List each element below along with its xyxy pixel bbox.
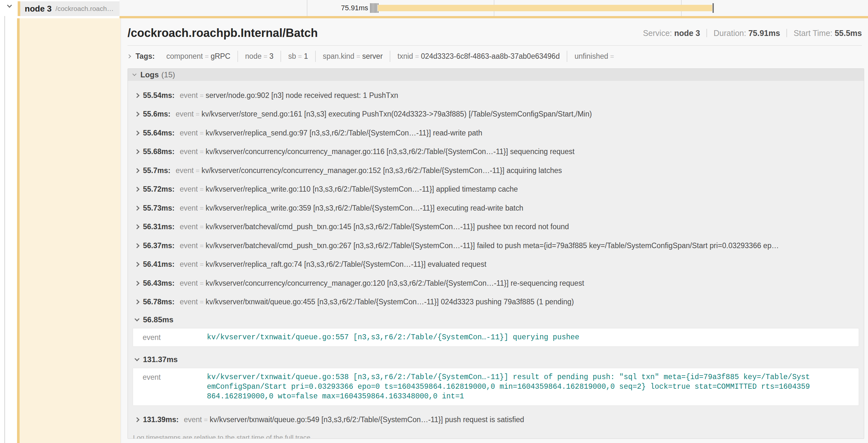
log-field: event=kv/kvserver/txnwait/queue.go:549 [… (184, 415, 524, 424)
log-entry[interactable]: 56.41ms:event=kv/kvserver/replica_raft.g… (128, 255, 864, 274)
span-detail-header: /cockroach.roachpb.Internal/Batch Servic… (127, 26, 862, 40)
chevron-right-icon (134, 205, 140, 211)
log-entry[interactable]: 56.37ms:event=kv/kvserver/batcheval/cmd_… (128, 236, 864, 255)
log-message: server/node.go:902 [n3] node received re… (206, 91, 398, 100)
log-entry[interactable]: 55.73ms:event=kv/kvserver/replica_write.… (128, 199, 864, 218)
tag-value: 3 (270, 52, 274, 60)
log-entry[interactable]: 55.6ms:event=kv/kvserver/store_send.go:1… (128, 105, 864, 124)
span-row[interactable]: node 3 /cockroach.roach… 75.91ms (0, 0, 868, 16)
selected-span-highlight[interactable] (20, 18, 121, 443)
duration-value: 75.91ms (748, 29, 780, 38)
log-entry-header[interactable]: 131.37ms (128, 351, 864, 368)
chevron-right-icon (134, 300, 140, 305)
log-message: kv/kvserver/batcheval/cmd_push_txn.go:26… (206, 241, 779, 250)
timeline-ruler[interactable]: 75.91ms (120, 0, 868, 16)
meta-separator (786, 29, 787, 37)
log-message: kv/kvserver/batcheval/cmd_push_txn.go:14… (206, 223, 569, 231)
chevron-right-icon (134, 262, 140, 267)
log-field: event=kv/kvserver/concurrency/concurrenc… (180, 279, 584, 287)
tag-item: span.kind=server (315, 51, 390, 62)
equals-sign: = (202, 416, 210, 423)
start-time-label: Start Time: (794, 29, 832, 38)
equals-sign: = (198, 204, 206, 212)
tag-key: span.kind (323, 52, 354, 60)
title-divider (127, 45, 862, 45)
log-field: event=kv/kvserver/concurrency/concurrenc… (180, 147, 575, 156)
chevron-right-icon (127, 54, 131, 59)
chevron-right-icon (134, 93, 140, 98)
log-entry[interactable]: 56.43ms:event=kv/kvserver/concurrency/co… (128, 274, 864, 293)
chevron-right-icon (134, 243, 140, 248)
tag-value: 024d3323-6c8f-4863-aa8b-37ab0e63496d (421, 52, 560, 60)
equals-sign: = (198, 129, 206, 137)
equals-sign: = (296, 53, 304, 60)
log-message: kv/kvserver/txnwait/queue.go:549 [n3,s3,… (210, 415, 524, 424)
table-row: event kv/kvserver/txnwait/queue.go:538 [… (133, 372, 859, 401)
log-key: event (180, 129, 197, 137)
log-field: event=kv/kvserver/batcheval/cmd_push_txn… (180, 223, 569, 231)
log-timestamp: 55.72ms: (143, 185, 175, 194)
logs-accordion: Logs (15) 55.54ms:event=server/node.go:9… (127, 68, 864, 439)
log-timestamp: 55.6ms: (143, 110, 170, 118)
equals-sign: = (261, 53, 269, 60)
log-key: event (184, 415, 202, 424)
tag-value: gRPC (211, 52, 230, 60)
log-entry[interactable]: 56.31ms:event=kv/kvserver/batcheval/cmd_… (128, 218, 864, 237)
equals-sign: = (413, 53, 421, 60)
tag-value: server (362, 52, 382, 60)
equals-sign: = (198, 261, 206, 268)
log-timestamp: 55.68ms: (143, 147, 175, 156)
log-message: kv/kvserver/replica_send.go:97 [n3,s3,r6… (206, 129, 482, 137)
log-entry[interactable]: 55.68ms:event=kv/kvserver/concurrency/co… (128, 142, 864, 162)
log-field: event=kv/kvserver/store_send.go:161 [n3,… (176, 110, 592, 118)
service-value: node 3 (674, 29, 700, 38)
log-timestamp: 55.7ms: (143, 166, 170, 175)
log-timestamp: 56.31ms: (143, 223, 175, 231)
log-key: event (180, 91, 197, 100)
equals-sign: = (198, 223, 206, 231)
start-time-value: 55.5ms (835, 29, 862, 38)
equals-sign: = (198, 280, 206, 287)
log-key: event (133, 372, 207, 401)
log-entry[interactable]: 55.54ms:event=server/node.go:902 [n3] no… (128, 86, 864, 105)
service-label: Service: (643, 29, 672, 38)
log-timestamp: 56.37ms: (143, 241, 175, 250)
log-field: event=kv/kvserver/replica_raft.go:74 [n3… (180, 260, 486, 269)
log-entry[interactable]: 55.72ms:event=kv/kvserver/replica_write.… (128, 180, 864, 199)
log-timestamp: 56.78ms: (143, 298, 175, 306)
log-entry-header[interactable]: 56.85ms (128, 311, 864, 328)
tag-item: txnid=024d3323-6c8f-4863-aa8b-37ab0e6349… (390, 51, 567, 62)
tag-key: sb (288, 52, 296, 60)
log-key: event (180, 260, 197, 268)
span-name-cell[interactable]: node 3 /cockroach.roach… (18, 1, 120, 16)
log-message: kv/kvserver/replica_raft.go:74 [n3,s3,r6… (206, 260, 486, 268)
equals-sign: = (203, 53, 210, 60)
span-duration-bar[interactable] (378, 5, 712, 11)
chevron-down-icon (134, 356, 140, 362)
logs-accordion-header[interactable]: Logs (15) (128, 69, 864, 81)
logs-footer-note: Log timestamps are relative to the start… (128, 429, 864, 439)
span-duration-label: 75.91ms (341, 0, 368, 16)
tag-item: component=gRPC (159, 51, 238, 62)
log-entry[interactable]: 55.7ms:event=kv/kvserver/concurrency/con… (128, 161, 864, 180)
chevron-right-icon (134, 112, 140, 117)
log-message: kv/kvserver/txnwait/queue.go:455 [n3,s3,… (206, 298, 574, 306)
span-operation-name: /cockroach.roach… (56, 5, 114, 12)
log-entry[interactable]: 56.78ms:event=kv/kvserver/txnwait/queue.… (128, 293, 864, 312)
tags-accordion-toggle[interactable]: Tags: component=gRPC node=3 sb=1 span.ki… (127, 49, 623, 64)
log-entry[interactable]: 55.64ms:event=kv/kvserver/replica_send.g… (128, 124, 864, 142)
log-value: kv/kvserver/txnwait/queue.go:538 [n3,s3,… (207, 372, 819, 401)
tag-key: component (166, 52, 203, 60)
log-field: event=server/node.go:902 [n3] node recei… (180, 91, 398, 100)
chevron-right-icon (134, 225, 140, 230)
tag-item: unfinished= (567, 51, 623, 62)
log-timestamp: 56.41ms: (143, 260, 175, 269)
equals-sign: = (198, 298, 206, 306)
log-field: event=kv/kvserver/batcheval/cmd_push_txn… (180, 241, 779, 250)
logs-title: Logs (141, 70, 159, 79)
log-field: event=kv/kvserver/concurrency/concurrenc… (176, 166, 562, 175)
log-message: kv/kvserver/concurrency/concurrency_mana… (202, 166, 562, 175)
chevron-right-icon (134, 280, 140, 286)
collapse-children-chevron-icon[interactable] (7, 3, 12, 8)
log-entry[interactable]: 131.39ms:event=kv/kvserver/txnwait/queue… (128, 410, 864, 429)
